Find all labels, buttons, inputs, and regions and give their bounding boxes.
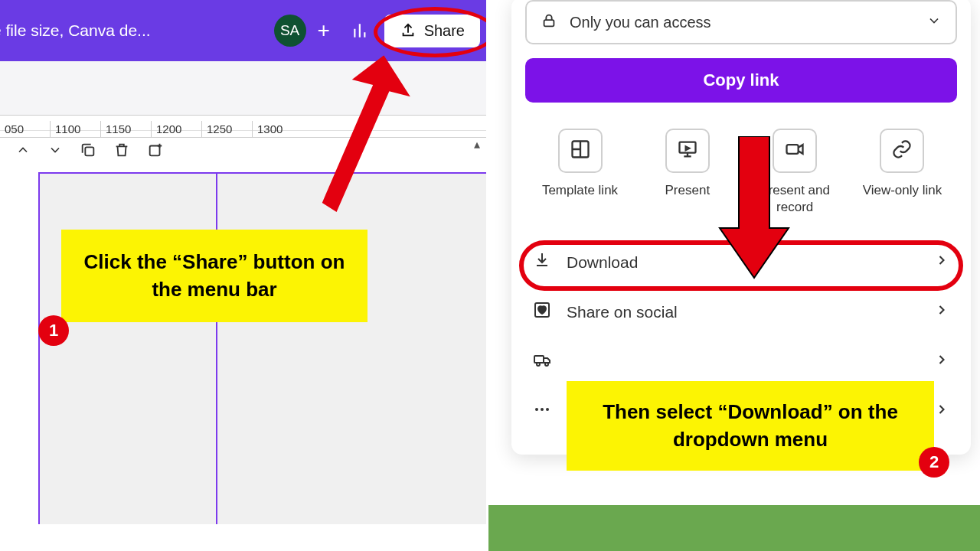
chevron-right-icon bbox=[934, 352, 949, 371]
user-avatar[interactable]: SA bbox=[274, 15, 306, 47]
document-title-fragment: e file size, Canva de... bbox=[0, 21, 151, 40]
share-button[interactable]: Share bbox=[384, 15, 480, 47]
svg-point-12 bbox=[541, 408, 544, 411]
download-icon bbox=[533, 251, 551, 273]
lock-icon bbox=[541, 12, 557, 32]
print-item[interactable] bbox=[525, 337, 957, 386]
add-page-icon[interactable] bbox=[147, 142, 164, 161]
access-selector[interactable]: Only you can access bbox=[525, 0, 957, 44]
chevron-right-icon bbox=[934, 402, 949, 421]
view-only-tile[interactable]: View-only link bbox=[851, 129, 954, 216]
copy-link-button[interactable]: Copy link bbox=[525, 58, 957, 103]
annotation-arrow-1 bbox=[283, 47, 414, 226]
share-social-item[interactable]: Share on social bbox=[525, 287, 957, 337]
svg-rect-8 bbox=[534, 356, 544, 363]
layout-icon bbox=[570, 139, 591, 163]
ruler-tick: 1200 bbox=[152, 121, 202, 137]
ruler-tick: 1150 bbox=[101, 121, 152, 137]
svg-marker-14 bbox=[720, 136, 789, 278]
copy-link-label: Copy link bbox=[703, 70, 779, 90]
menu-label: Download bbox=[567, 253, 638, 272]
annotation-callout-1: Click the “Share” button on the menu bar bbox=[61, 230, 368, 322]
share-button-label: Share bbox=[424, 22, 465, 40]
ruler-tick: 050 bbox=[0, 121, 51, 137]
ruler-zone: 050 1100 1150 1200 1250 1300 bbox=[0, 61, 486, 130]
trash-icon[interactable] bbox=[113, 142, 130, 161]
background-strip bbox=[488, 505, 980, 551]
truck-icon bbox=[533, 350, 553, 373]
link-icon bbox=[891, 139, 913, 163]
presentation-icon bbox=[677, 139, 698, 163]
top-bar: e file size, Canva de... SA + Share bbox=[0, 0, 486, 61]
chevron-right-icon bbox=[934, 253, 949, 272]
svg-point-9 bbox=[537, 363, 540, 366]
template-link-tile[interactable]: Template link bbox=[528, 129, 632, 216]
analytics-button[interactable] bbox=[345, 14, 378, 47]
svg-rect-3 bbox=[544, 20, 554, 26]
scrollbar-up-icon[interactable]: ▴ bbox=[472, 136, 482, 152]
tile-label: Present bbox=[665, 182, 710, 199]
canvas[interactable] bbox=[38, 172, 486, 524]
annotation-badge-2: 2 bbox=[919, 447, 949, 478]
ruler-tick: 1250 bbox=[202, 121, 253, 137]
svg-point-10 bbox=[545, 363, 548, 366]
menu-label: Share on social bbox=[567, 303, 678, 321]
annotation-arrow-2 bbox=[716, 136, 792, 282]
svg-point-11 bbox=[535, 408, 538, 411]
more-icon bbox=[533, 400, 551, 422]
svg-rect-1 bbox=[150, 146, 160, 156]
heart-box-icon bbox=[533, 301, 551, 323]
guide-line bbox=[216, 174, 217, 524]
svg-rect-0 bbox=[85, 147, 93, 155]
access-text: Only you can access bbox=[570, 14, 914, 31]
svg-point-13 bbox=[546, 408, 549, 411]
ruler-tick: 1100 bbox=[51, 121, 101, 137]
add-collaborator-button[interactable]: + bbox=[309, 16, 338, 45]
tile-label: View-only link bbox=[863, 182, 942, 199]
chevron-down-icon bbox=[926, 13, 942, 31]
annotation-badge-1: 1 bbox=[38, 315, 69, 346]
chevron-up-icon[interactable] bbox=[15, 142, 31, 161]
annotation-callout-2: Then select “Download” on the dropdown m… bbox=[567, 381, 934, 471]
chevron-down-icon[interactable] bbox=[47, 142, 63, 161]
duplicate-icon[interactable] bbox=[80, 142, 96, 161]
tile-label: Template link bbox=[542, 182, 618, 199]
chevron-right-icon bbox=[934, 302, 949, 321]
